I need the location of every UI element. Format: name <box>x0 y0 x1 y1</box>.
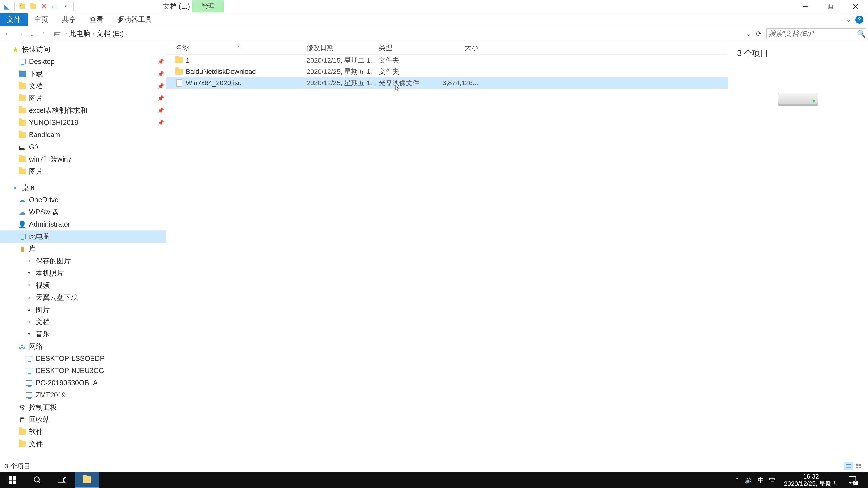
ribbon-expand-icon[interactable]: ⌄ <box>845 15 851 24</box>
clock-date: 2020/12/25, 星期五 <box>784 480 838 487</box>
maximize-button[interactable] <box>818 0 843 13</box>
nav-item-lib-pictures[interactable]: ▫图片 <box>0 304 166 316</box>
ribbon-tab-view[interactable]: 查看 <box>83 13 110 26</box>
nav-label: 控制面板 <box>29 402 57 412</box>
taskbar-clock[interactable]: 16:32 2020/12/25, 星期五 <box>780 473 842 487</box>
qat-properties-icon[interactable]: ✓ <box>18 2 27 11</box>
qat-app-icon[interactable]: ◣ <box>2 2 11 11</box>
file-row[interactable]: 1 2020/12/15, 星期二 1... 文件夹 <box>166 55 728 66</box>
nav-label: 回收站 <box>29 415 50 424</box>
ribbon-tab-drive-tools[interactable]: 驱动器工具 <box>110 13 159 26</box>
nav-item-gdrive[interactable]: 🖴G:\ <box>0 141 166 153</box>
nav-item-files[interactable]: 文件 <box>0 438 166 450</box>
nav-item-user[interactable]: 👤Administrator <box>0 218 166 230</box>
nav-item-controlpanel[interactable]: ⚙控制面板 <box>0 401 166 414</box>
navigation-pane[interactable]: ★ 快速访问 Desktop📌 下载📌 文档📌 图片📌 excel表格制作求和📌… <box>0 41 166 460</box>
nav-item-documents[interactable]: 文档📌 <box>0 80 166 92</box>
search-box[interactable]: 🔍 <box>766 29 866 39</box>
file-row[interactable]: BaiduNetdiskDownload 2020/12/25, 星期五 1..… <box>166 66 728 77</box>
nav-item-netpc1[interactable]: DESKTOP-LSSOEDP <box>0 352 166 365</box>
tray-security-icon[interactable]: 🛡 <box>769 477 775 484</box>
nav-label: 此电脑 <box>29 232 50 241</box>
nav-item-libraries[interactable]: ▮库 <box>0 242 166 255</box>
nav-desktop-section[interactable]: ▪桌面 <box>0 182 166 194</box>
qat-dropdown-icon[interactable]: ▾ <box>61 2 70 11</box>
qat-separator-2 <box>73 2 74 11</box>
nav-item-thispc[interactable]: 此电脑 <box>0 230 166 242</box>
icons-view-button[interactable] <box>854 462 864 470</box>
ribbon-tab-share[interactable]: 共享 <box>55 13 83 26</box>
nav-item-desktop[interactable]: Desktop📌 <box>0 56 166 68</box>
nav-item-software[interactable]: 软件 <box>0 426 166 438</box>
qat-delete-icon[interactable]: ✕ <box>39 2 49 11</box>
minimize-button[interactable] <box>794 0 818 13</box>
drive-icon: 🖴 <box>18 143 26 151</box>
forward-button[interactable]: → <box>15 28 26 39</box>
ribbon-tab-file[interactable]: 文件 <box>0 13 28 26</box>
ribbon-tab-home[interactable]: 主页 <box>28 13 55 26</box>
svg-rect-14 <box>8 481 12 484</box>
svg-rect-2 <box>829 4 833 8</box>
start-button[interactable] <box>0 472 25 488</box>
nav-item-wps[interactable]: ☁WPS网盘 <box>0 206 166 218</box>
nav-item-videos[interactable]: ▫视频 <box>0 279 166 291</box>
breadcrumb-arrow-icon[interactable]: › <box>92 31 94 37</box>
nav-item-savedpics[interactable]: ▫保存的图片 <box>0 255 166 267</box>
search-icon[interactable]: 🔍 <box>857 30 866 38</box>
nav-item-pictures[interactable]: 图片📌 <box>0 92 166 104</box>
breadcrumb-segment-2[interactable]: 文档 (E:) <box>96 29 124 38</box>
tray-volume-icon[interactable]: 🔊 <box>745 477 753 484</box>
nav-item-pictures2[interactable]: 图片 <box>0 165 166 177</box>
nav-label: 本机照片 <box>36 268 64 278</box>
nav-history-dropdown[interactable]: ⌄ <box>29 30 35 38</box>
nav-label: Administrator <box>29 220 70 228</box>
nav-quick-access[interactable]: ★ 快速访问 <box>0 43 166 56</box>
breadcrumb[interactable]: 🖴 › 此电脑 › 文档 (E:) › <box>51 29 743 39</box>
details-view-button[interactable] <box>844 462 853 470</box>
notification-center-button[interactable]: 3 <box>847 475 858 486</box>
qat-rename-icon[interactable]: ▭ <box>51 2 59 11</box>
close-button[interactable] <box>843 0 868 13</box>
ribbon-context-tab[interactable]: 管理 <box>192 0 224 12</box>
back-button[interactable]: ← <box>2 28 13 39</box>
nav-item-netpc2[interactable]: DESKTOP-NJEU3CG <box>0 365 166 377</box>
cloud-icon: ☁ <box>18 196 26 204</box>
breadcrumb-dropdown-icon[interactable]: ⌄ <box>745 30 751 38</box>
nav-label: 桌面 <box>22 183 36 193</box>
nav-item-tianyidl[interactable]: ▫天翼云盘下载 <box>0 291 166 304</box>
nav-item-bandicam[interactable]: Bandicam <box>0 129 166 141</box>
search-input[interactable] <box>769 30 855 37</box>
up-button[interactable]: ↑ <box>37 28 49 39</box>
breadcrumb-arrow-icon[interactable]: › <box>126 31 127 37</box>
task-view-button[interactable] <box>50 472 74 488</box>
nav-item-downloads[interactable]: 下载📌 <box>0 68 166 80</box>
nav-item-netpc4[interactable]: ZMT2019 <box>0 389 166 401</box>
breadcrumb-segment-1[interactable]: 此电脑 <box>69 29 90 38</box>
tray-chevron-icon[interactable]: ⌃ <box>735 477 740 484</box>
column-header-size[interactable]: 大小 <box>440 43 478 53</box>
refresh-button[interactable]: ⟳ <box>754 29 764 39</box>
nav-item-yunqishi[interactable]: YUNQISHI2019📌 <box>0 117 166 129</box>
nav-item-localphotos[interactable]: ▫本机照片 <box>0 267 166 279</box>
tray-ime-indicator[interactable]: 中 <box>758 476 764 484</box>
column-header-date[interactable]: 修改日期 <box>307 43 379 53</box>
column-header-name[interactable]: 名称⌃ <box>176 43 307 53</box>
taskbar-explorer-button[interactable] <box>74 472 99 488</box>
nav-item-excel[interactable]: excel表格制作求和📌 <box>0 104 166 117</box>
nav-item-netpc3[interactable]: PC-20190530OBLA <box>0 377 166 389</box>
nav-item-recyclebin[interactable]: 🗑回收站 <box>0 414 166 426</box>
help-icon[interactable]: ? <box>855 15 864 24</box>
column-header-type[interactable]: 类型 <box>379 43 440 53</box>
nav-item-win7reinstall[interactable]: win7重装win7 <box>0 153 166 165</box>
nav-item-onedrive[interactable]: ☁OneDrive <box>0 194 166 206</box>
nav-item-lib-music[interactable]: ▫音乐 <box>0 328 166 340</box>
file-row-selected[interactable]: Win7x64_2020.iso 2020/12/25, 星期五 1... 光盘… <box>166 77 728 89</box>
desktop-icon: ▪ <box>11 184 20 192</box>
breadcrumb-arrow-icon[interactable]: › <box>65 31 67 37</box>
qat-new-folder-icon[interactable] <box>29 2 38 11</box>
show-desktop-button[interactable] <box>863 472 865 488</box>
file-list[interactable]: 名称⌃ 修改日期 类型 大小 1 2020/12/15, 星期二 1... 文件… <box>166 41 728 460</box>
nav-item-network[interactable]: 🖧网络 <box>0 340 166 352</box>
search-button[interactable] <box>25 472 50 488</box>
nav-item-lib-docs[interactable]: ▫文档 <box>0 316 166 328</box>
